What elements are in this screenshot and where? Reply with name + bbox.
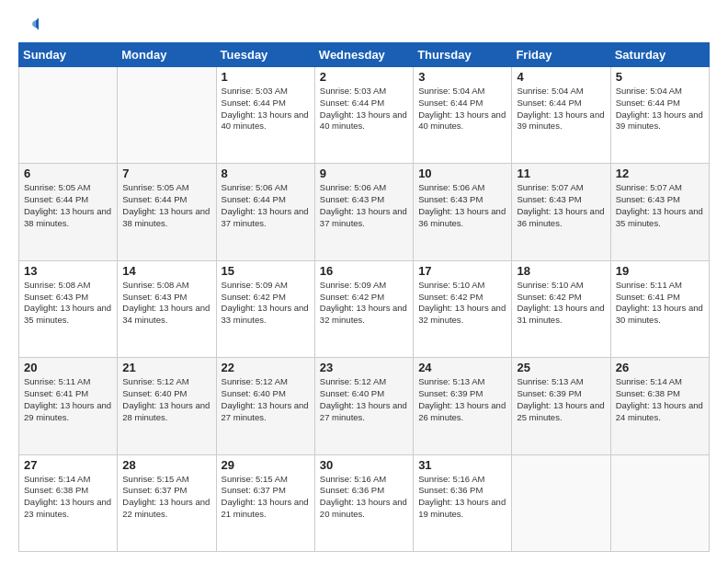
day-number: 11 xyxy=(517,167,605,180)
calendar-cell: 25Sunrise: 5:13 AM Sunset: 6:39 PM Dayli… xyxy=(512,358,610,454)
day-number: 30 xyxy=(320,458,408,472)
cell-info: Sunrise: 5:03 AM Sunset: 6:44 PM Dayligh… xyxy=(222,86,310,132)
calendar-cell: 20Sunrise: 5:11 AM Sunset: 6:41 PM Dayli… xyxy=(19,358,118,454)
calendar-cell: 14Sunrise: 5:08 AM Sunset: 6:43 PM Dayli… xyxy=(118,260,216,357)
cell-info: Sunrise: 5:04 AM Sunset: 6:44 PM Dayligh… xyxy=(418,86,506,132)
calendar-cell: 27Sunrise: 5:14 AM Sunset: 6:38 PM Dayli… xyxy=(19,454,118,551)
calendar-cell: 30Sunrise: 5:16 AM Sunset: 6:36 PM Dayli… xyxy=(314,454,413,551)
day-number: 18 xyxy=(517,264,605,278)
calendar-header-thursday: Thursday xyxy=(414,43,512,67)
logo xyxy=(18,15,39,33)
day-number: 31 xyxy=(418,458,506,472)
calendar-header-tuesday: Tuesday xyxy=(216,43,314,67)
day-number: 28 xyxy=(122,458,210,472)
day-number: 8 xyxy=(222,167,310,180)
cell-info: Sunrise: 5:11 AM Sunset: 6:41 PM Dayligh… xyxy=(24,376,112,423)
calendar-cell: 9Sunrise: 5:06 AM Sunset: 6:43 PM Daylig… xyxy=(314,164,413,260)
calendar-cell xyxy=(512,454,610,551)
calendar: SundayMondayTuesdayWednesdayThursdayFrid… xyxy=(18,42,710,552)
cell-info: Sunrise: 5:07 AM Sunset: 6:43 PM Dayligh… xyxy=(517,182,605,229)
calendar-cell xyxy=(610,454,709,551)
cell-info: Sunrise: 5:05 AM Sunset: 6:44 PM Dayligh… xyxy=(122,182,210,229)
cell-info: Sunrise: 5:15 AM Sunset: 6:37 PM Dayligh… xyxy=(222,474,310,521)
cell-info: Sunrise: 5:09 AM Sunset: 6:42 PM Dayligh… xyxy=(222,280,310,327)
day-number: 1 xyxy=(222,70,310,84)
calendar-cell: 7Sunrise: 5:05 AM Sunset: 6:44 PM Daylig… xyxy=(118,164,216,260)
cell-info: Sunrise: 5:16 AM Sunset: 6:36 PM Dayligh… xyxy=(418,474,506,521)
cell-info: Sunrise: 5:05 AM Sunset: 6:44 PM Dayligh… xyxy=(24,182,112,229)
calendar-cell: 29Sunrise: 5:15 AM Sunset: 6:37 PM Dayli… xyxy=(216,454,314,551)
calendar-cell: 11Sunrise: 5:07 AM Sunset: 6:43 PM Dayli… xyxy=(512,164,610,260)
calendar-header-friday: Friday xyxy=(512,43,610,67)
day-number: 12 xyxy=(616,167,704,180)
calendar-header-wednesday: Wednesday xyxy=(314,43,413,67)
day-number: 15 xyxy=(222,264,310,278)
logo-icon xyxy=(20,15,39,33)
calendar-cell: 17Sunrise: 5:10 AM Sunset: 6:42 PM Dayli… xyxy=(414,260,512,357)
calendar-header-saturday: Saturday xyxy=(610,43,709,67)
cell-info: Sunrise: 5:10 AM Sunset: 6:42 PM Dayligh… xyxy=(418,280,506,327)
cell-info: Sunrise: 5:08 AM Sunset: 6:43 PM Dayligh… xyxy=(24,280,112,327)
day-number: 3 xyxy=(418,70,506,84)
cell-info: Sunrise: 5:06 AM Sunset: 6:43 PM Dayligh… xyxy=(418,182,506,229)
day-number: 19 xyxy=(616,264,704,278)
day-number: 4 xyxy=(517,70,605,84)
cell-info: Sunrise: 5:12 AM Sunset: 6:40 PM Dayligh… xyxy=(122,376,210,423)
calendar-cell: 5Sunrise: 5:04 AM Sunset: 6:44 PM Daylig… xyxy=(610,67,709,164)
day-number: 10 xyxy=(418,167,506,180)
cell-info: Sunrise: 5:03 AM Sunset: 6:44 PM Dayligh… xyxy=(320,86,408,132)
day-number: 9 xyxy=(320,167,408,180)
page: SundayMondayTuesdayWednesdayThursdayFrid… xyxy=(0,0,728,563)
calendar-week-row: 6Sunrise: 5:05 AM Sunset: 6:44 PM Daylig… xyxy=(19,164,710,260)
calendar-cell: 3Sunrise: 5:04 AM Sunset: 6:44 PM Daylig… xyxy=(414,67,512,164)
calendar-header-row: SundayMondayTuesdayWednesdayThursdayFrid… xyxy=(19,43,710,67)
calendar-cell: 26Sunrise: 5:14 AM Sunset: 6:38 PM Dayli… xyxy=(610,358,709,454)
cell-info: Sunrise: 5:07 AM Sunset: 6:43 PM Dayligh… xyxy=(616,182,704,229)
calendar-cell: 28Sunrise: 5:15 AM Sunset: 6:37 PM Dayli… xyxy=(118,454,216,551)
cell-info: Sunrise: 5:04 AM Sunset: 6:44 PM Dayligh… xyxy=(616,86,704,132)
day-number: 14 xyxy=(122,264,210,278)
calendar-cell: 10Sunrise: 5:06 AM Sunset: 6:43 PM Dayli… xyxy=(414,164,512,260)
calendar-cell: 19Sunrise: 5:11 AM Sunset: 6:41 PM Dayli… xyxy=(610,260,709,357)
calendar-cell: 8Sunrise: 5:06 AM Sunset: 6:44 PM Daylig… xyxy=(216,164,314,260)
calendar-cell: 21Sunrise: 5:12 AM Sunset: 6:40 PM Dayli… xyxy=(118,358,216,454)
calendar-cell: 12Sunrise: 5:07 AM Sunset: 6:43 PM Dayli… xyxy=(610,164,709,260)
day-number: 6 xyxy=(24,167,112,180)
day-number: 23 xyxy=(320,361,408,374)
calendar-cell: 6Sunrise: 5:05 AM Sunset: 6:44 PM Daylig… xyxy=(19,164,118,260)
day-number: 26 xyxy=(616,361,704,374)
cell-info: Sunrise: 5:16 AM Sunset: 6:36 PM Dayligh… xyxy=(320,474,408,521)
calendar-cell: 31Sunrise: 5:16 AM Sunset: 6:36 PM Dayli… xyxy=(414,454,512,551)
day-number: 7 xyxy=(122,167,210,180)
cell-info: Sunrise: 5:06 AM Sunset: 6:43 PM Dayligh… xyxy=(320,182,408,229)
calendar-cell: 16Sunrise: 5:09 AM Sunset: 6:42 PM Dayli… xyxy=(314,260,413,357)
calendar-week-row: 20Sunrise: 5:11 AM Sunset: 6:41 PM Dayli… xyxy=(19,358,710,454)
day-number: 17 xyxy=(418,264,506,278)
calendar-cell: 2Sunrise: 5:03 AM Sunset: 6:44 PM Daylig… xyxy=(314,67,413,164)
calendar-cell: 13Sunrise: 5:08 AM Sunset: 6:43 PM Dayli… xyxy=(19,260,118,357)
day-number: 5 xyxy=(616,70,704,84)
calendar-cell: 4Sunrise: 5:04 AM Sunset: 6:44 PM Daylig… xyxy=(512,67,610,164)
cell-info: Sunrise: 5:06 AM Sunset: 6:44 PM Dayligh… xyxy=(222,182,310,229)
calendar-cell: 1Sunrise: 5:03 AM Sunset: 6:44 PM Daylig… xyxy=(216,67,314,164)
cell-info: Sunrise: 5:14 AM Sunset: 6:38 PM Dayligh… xyxy=(24,474,112,521)
calendar-cell xyxy=(118,67,216,164)
day-number: 25 xyxy=(517,361,605,374)
cell-info: Sunrise: 5:04 AM Sunset: 6:44 PM Dayligh… xyxy=(517,86,605,132)
day-number: 27 xyxy=(24,458,112,472)
day-number: 22 xyxy=(222,361,310,374)
cell-info: Sunrise: 5:13 AM Sunset: 6:39 PM Dayligh… xyxy=(418,376,506,423)
calendar-week-row: 13Sunrise: 5:08 AM Sunset: 6:43 PM Dayli… xyxy=(19,260,710,357)
calendar-cell: 24Sunrise: 5:13 AM Sunset: 6:39 PM Dayli… xyxy=(414,358,512,454)
calendar-week-row: 27Sunrise: 5:14 AM Sunset: 6:38 PM Dayli… xyxy=(19,454,710,551)
day-number: 21 xyxy=(122,361,210,374)
cell-info: Sunrise: 5:12 AM Sunset: 6:40 PM Dayligh… xyxy=(320,376,408,423)
cell-info: Sunrise: 5:10 AM Sunset: 6:42 PM Dayligh… xyxy=(517,280,605,327)
cell-info: Sunrise: 5:11 AM Sunset: 6:41 PM Dayligh… xyxy=(616,280,704,327)
cell-info: Sunrise: 5:15 AM Sunset: 6:37 PM Dayligh… xyxy=(122,474,210,521)
calendar-week-row: 1Sunrise: 5:03 AM Sunset: 6:44 PM Daylig… xyxy=(19,67,710,164)
day-number: 16 xyxy=(320,264,408,278)
calendar-header-monday: Monday xyxy=(118,43,216,67)
calendar-cell xyxy=(19,67,118,164)
day-number: 13 xyxy=(24,264,112,278)
